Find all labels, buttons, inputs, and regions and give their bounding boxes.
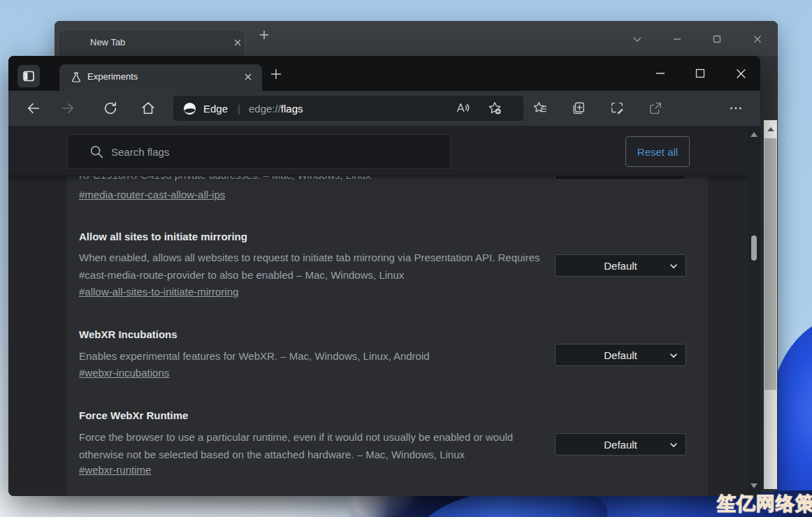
- web-capture-icon[interactable]: [609, 100, 625, 117]
- maximize-icon[interactable]: [690, 64, 711, 82]
- close-tab-icon[interactable]: [231, 36, 245, 50]
- url-scheme: edge://: [249, 103, 281, 115]
- background-tab-new-tab[interactable]: New Tab: [58, 29, 245, 56]
- flag-description: Force the browser to use a particular ru…: [79, 428, 540, 463]
- browser-window: Experiments: [8, 56, 760, 496]
- flag-title: Force WebXr Runtime: [79, 409, 188, 421]
- reset-all-button[interactable]: Reset all: [625, 136, 690, 167]
- scrollbar-down-icon[interactable]: [751, 483, 757, 488]
- home-icon[interactable]: [140, 100, 157, 117]
- background-scrollbar-up[interactable]: [764, 120, 777, 138]
- favorites-hub-icon[interactable]: [532, 100, 549, 117]
- close-tab-icon[interactable]: [241, 70, 255, 84]
- read-aloud-icon[interactable]: [454, 100, 471, 117]
- background-tab-bar: New Tab: [55, 21, 778, 56]
- flag-link[interactable]: #allow-all-sites-to-initiate-mirroring: [79, 286, 238, 298]
- chevron-down-icon: [669, 440, 679, 450]
- watermark-text: 笙亿网络策划: [717, 491, 812, 516]
- search-icon: [89, 144, 104, 159]
- flag-title: WebXR Incubations: [79, 328, 177, 340]
- search-flags-input[interactable]: [110, 135, 445, 168]
- minimize-icon[interactable]: [650, 64, 671, 82]
- chevron-down-icon[interactable]: [630, 31, 645, 47]
- new-tab-icon[interactable]: [256, 27, 273, 43]
- address-bar[interactable]: Edge | edge:// flags: [173, 96, 523, 121]
- close-window-icon[interactable]: [730, 64, 751, 82]
- flag-description: Enables experimental features for WebXR.…: [79, 347, 540, 365]
- desktop: New Tab: [0, 0, 812, 517]
- chevron-down-icon: [669, 261, 679, 271]
- flag-select[interactable]: Default: [555, 433, 686, 456]
- address-divider: |: [238, 103, 240, 115]
- flag-link[interactable]: #webxr-runtime: [79, 464, 151, 476]
- url-path: flags: [281, 103, 303, 115]
- add-favorite-star-icon[interactable]: [486, 100, 503, 117]
- scrollbar-up-icon[interactable]: [751, 132, 757, 137]
- page-scrollbar[interactable]: [748, 126, 760, 496]
- chevron-down-icon: [669, 351, 679, 361]
- share-icon[interactable]: [647, 100, 664, 117]
- close-window-icon[interactable]: [750, 31, 765, 47]
- forward-icon[interactable]: [59, 100, 76, 117]
- refresh-icon[interactable]: [102, 100, 119, 117]
- tab-actions-menu-button[interactable]: [17, 65, 40, 87]
- collections-icon[interactable]: [570, 100, 587, 117]
- tab-bar: Experiments: [8, 56, 760, 91]
- background-tab-title: New Tab: [90, 37, 125, 48]
- toolbar: Edge | edge:// flags: [8, 91, 760, 126]
- flag-link[interactable]: #media-router-cast-allow-all-ips: [79, 189, 225, 201]
- back-icon[interactable]: [25, 100, 42, 117]
- new-tab-icon[interactable]: [267, 65, 285, 83]
- flag-select[interactable]: Default: [555, 254, 686, 277]
- edge-logo-icon: [183, 102, 196, 115]
- flag-select[interactable]: Default: [555, 344, 686, 366]
- flags-page: RFC1918/RFC4193 private addresses. – Mac…: [8, 126, 760, 496]
- minimize-icon[interactable]: [669, 31, 685, 47]
- search-flags-box[interactable]: [67, 134, 451, 169]
- flag-title: Allow all sites to initiate mirroring: [79, 231, 247, 242]
- flag-link[interactable]: #webxr-incubations: [79, 367, 169, 379]
- flags-search-header: Reset all: [8, 126, 748, 176]
- scrollbar-thumb[interactable]: [751, 235, 757, 261]
- flask-icon: [69, 71, 83, 85]
- flag-description: When enabled, allows all websites to req…: [79, 249, 540, 284]
- maximize-icon[interactable]: [709, 31, 725, 47]
- settings-menu-icon[interactable]: [727, 100, 744, 117]
- background-scrollbar-thumb[interactable]: [764, 138, 776, 390]
- tab-experiments[interactable]: Experiments: [59, 64, 262, 91]
- site-name: Edge: [203, 103, 228, 115]
- tab-title: Experiments: [87, 71, 138, 82]
